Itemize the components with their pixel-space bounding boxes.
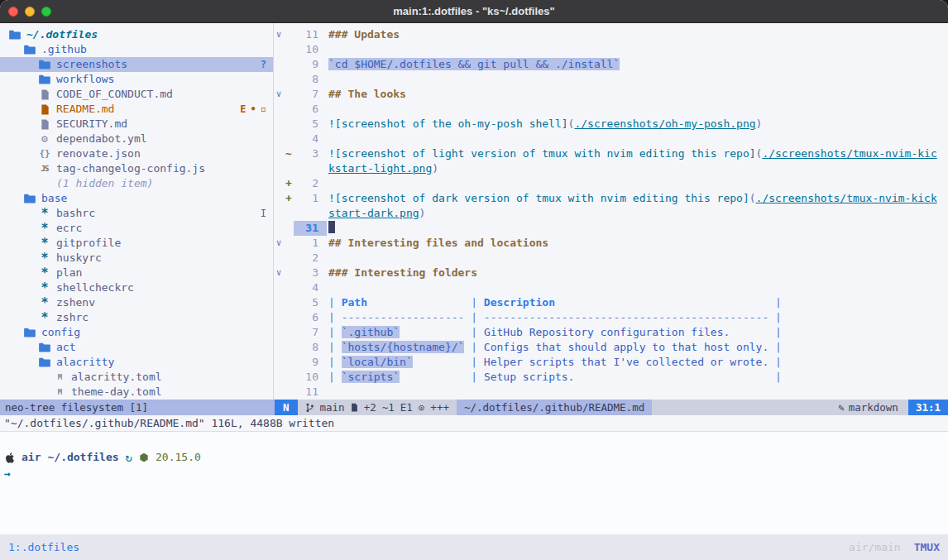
line-number: 5 — [294, 117, 327, 132]
editor-line[interactable]: +1![screenshot of dark version of tmux w… — [274, 191, 948, 206]
git-sync-icon: ↻ — [126, 450, 132, 465]
line-number: 3 — [294, 266, 327, 280]
tmux-window-item[interactable]: 1:.dotfiles — [8, 541, 79, 553]
git-branch-icon — [305, 403, 314, 413]
editor-line[interactable]: ∨1## Interesting files and locations — [274, 236, 948, 251]
tree-row[interactable]: {}renovate.json — [0, 146, 273, 161]
git-sign — [284, 325, 294, 340]
fold-marker[interactable]: ∨ — [274, 87, 284, 102]
tmux-session-name: air/main — [849, 541, 901, 553]
editor-line[interactable]: start-dark.png) — [274, 206, 948, 221]
tree-row[interactable]: README.mdE•▫ — [0, 102, 273, 117]
line-text — [327, 42, 948, 57]
editor-line[interactable]: 31 — [274, 221, 948, 236]
tree-row[interactable]: *plan — [0, 266, 273, 280]
line-number: 7 — [294, 87, 327, 102]
line-text — [327, 176, 948, 191]
shell-pane[interactable]: air ~/.dotfiles ↻ 20.15.0 → — [0, 431, 948, 534]
tree-row[interactable]: .github — [0, 42, 273, 57]
tree-row[interactable]: Malacritty.toml — [0, 370, 273, 385]
tree-row[interactable]: *shellcheckrc — [0, 280, 273, 295]
line-text: ![screenshot of dark version of tmux wit… — [327, 191, 948, 206]
tree-row[interactable]: ⚙dependabot.yml — [0, 132, 273, 146]
editor-line[interactable]: 5![screenshot of the oh-my-posh shell](.… — [274, 117, 948, 132]
line-number — [294, 161, 327, 176]
editor-line[interactable]: ∨7## The looks — [274, 87, 948, 102]
tree-row[interactable]: config — [0, 325, 273, 340]
tree-row[interactable]: workflows — [0, 72, 273, 87]
editor-line[interactable]: 6| ------------------- | ---------------… — [274, 310, 948, 325]
tree-row[interactable]: *zshenv — [0, 295, 273, 310]
window-title: main:1:.dotfiles - "ks~/.dotfiles" — [0, 5, 948, 17]
tree-row[interactable]: *zshrc — [0, 310, 273, 325]
editor-line[interactable]: 10| `scripts` | Setup scripts. | — [274, 370, 948, 385]
editor-line[interactable]: 4 — [274, 132, 948, 146]
tree-row[interactable]: SECURITY.md — [0, 117, 273, 132]
fold-marker[interactable]: ∨ — [274, 266, 284, 280]
diagnostics-error-count: E1 — [400, 400, 413, 415]
editor-line[interactable]: ∨3### Interesting folders — [274, 266, 948, 280]
git-sign — [284, 161, 294, 176]
editor-line[interactable]: 2 — [274, 251, 948, 266]
tree-row[interactable]: *ecrc — [0, 221, 273, 236]
tree-row[interactable]: Mtheme-day.toml — [0, 385, 273, 400]
line-text: | `hosts/{hostname}/` | Configs that sho… — [327, 340, 948, 355]
tree-label: SECURITY.md — [56, 117, 127, 132]
tree-row[interactable]: CODE_OF_CONDUCT.md — [0, 87, 273, 102]
editor-line[interactable]: ~3![screenshot of light version of tmux … — [274, 146, 948, 161]
tree-row[interactable]: ~/.dotfiles — [0, 27, 273, 42]
tree-row[interactable]: act — [0, 340, 273, 355]
fold-marker — [274, 117, 284, 132]
fold-marker — [274, 340, 284, 355]
editor-line[interactable]: 9| `local/bin` | Helper scripts that I'v… — [274, 355, 948, 370]
editor-line[interactable]: 6 — [274, 102, 948, 117]
prompt-path: ~/.dotfiles — [47, 450, 118, 465]
line-number: 2 — [294, 251, 327, 266]
line-text — [327, 132, 948, 146]
line-text: | `scripts` | Setup scripts. | — [327, 370, 948, 385]
git-sign — [284, 117, 294, 132]
toml-icon: M — [53, 370, 66, 385]
close-button[interactable] — [8, 7, 18, 17]
editor-line[interactable]: 11 — [274, 385, 948, 400]
tree-label: shellcheckrc — [56, 280, 134, 295]
tree-row[interactable]: *huskyrc — [0, 251, 273, 266]
tree-row[interactable]: JStag-changelog-config.js — [0, 161, 273, 176]
line-text: | ------------------- | ----------------… — [327, 310, 948, 325]
tree-row[interactable]: base — [0, 191, 273, 206]
editor-line[interactable]: +2 — [274, 176, 948, 191]
tree-label: screenshots — [56, 57, 127, 72]
git-sign — [284, 355, 294, 370]
tree-label: .github — [41, 42, 87, 57]
editor-line[interactable]: 7| `.github` | GitHub Repository configu… — [274, 325, 948, 340]
tree-label: gitprofile — [56, 236, 121, 251]
editor-line[interactable]: 4 — [274, 280, 948, 295]
line-text: ## The looks — [327, 87, 948, 102]
line-number: 9 — [294, 355, 327, 370]
editor-line[interactable]: 5| Path | Description | — [274, 295, 948, 310]
editor-line[interactable]: 8 — [274, 72, 948, 87]
minimize-button[interactable] — [25, 7, 35, 17]
fold-marker[interactable]: ∨ — [274, 27, 284, 42]
editor-line[interactable]: 9`cd $HOME/.dotfiles && git pull && ./in… — [274, 57, 948, 72]
tree-row[interactable]: screenshots? — [0, 57, 273, 72]
fold-marker — [274, 280, 284, 295]
tree-row[interactable]: alacritty — [0, 355, 273, 370]
editor-line[interactable]: 8| `hosts/{hostname}/` | Configs that sh… — [274, 340, 948, 355]
statusline-extra: +++ — [430, 400, 449, 415]
editor-line[interactable]: 10 — [274, 42, 948, 57]
line-number: 5 — [294, 295, 327, 310]
editor-line[interactable]: kstart-light.png) — [274, 161, 948, 176]
tree-row[interactable]: (1 hidden item) — [0, 176, 273, 191]
tree-row[interactable]: *gitprofile — [0, 236, 273, 251]
tree-label: tag-changelog-config.js — [56, 161, 205, 176]
fold-marker[interactable]: ∨ — [274, 236, 284, 251]
line-number: 10 — [294, 42, 327, 57]
fullscreen-button[interactable] — [41, 7, 51, 17]
editor-line[interactable]: ∨11### Updates — [274, 27, 948, 42]
fold-marker — [274, 72, 284, 87]
tree-label: bashrc — [56, 206, 95, 221]
tree-row[interactable]: *bashrcI — [0, 206, 273, 221]
git-sign — [284, 57, 294, 72]
git-sign — [284, 340, 294, 355]
